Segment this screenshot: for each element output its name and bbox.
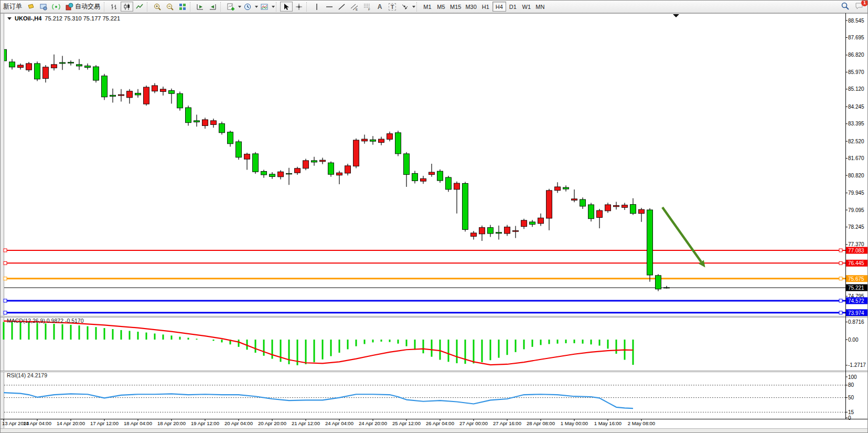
new-chart-icon[interactable]	[224, 2, 237, 12]
candle-body	[219, 124, 225, 133]
macd-axis-label: 0.00	[848, 337, 859, 343]
rsi-label: RSI(14) 24.2179	[7, 372, 47, 378]
level-drag-handle[interactable]	[4, 299, 7, 302]
timeframe-button-m30[interactable]: M30	[463, 2, 478, 12]
horizontal-line-icon[interactable]	[323, 2, 336, 12]
toolbar-separator	[220, 2, 223, 12]
vertical-line-icon[interactable]	[310, 2, 323, 12]
price-axis-label: 86.820	[848, 52, 864, 58]
candle-body	[362, 139, 368, 141]
timeframe-button-d1[interactable]: D1	[506, 2, 520, 12]
price-axis-label: 85.970	[848, 69, 864, 75]
candle-body	[43, 67, 49, 79]
candle-body	[135, 93, 141, 95]
toolbar-separator	[416, 2, 420, 12]
candle-body	[286, 173, 292, 174]
crosshair-icon[interactable]	[293, 2, 305, 12]
level-drag-handle[interactable]	[4, 311, 7, 314]
candle-body	[630, 205, 636, 214]
tile-windows-icon[interactable]	[176, 2, 189, 12]
level-drag-handle[interactable]	[839, 249, 842, 252]
date-axis-label: 24 Apr 20:00	[359, 420, 387, 426]
candle-body	[588, 205, 594, 219]
level-drag-handle[interactable]	[839, 277, 842, 280]
label-tool-label: T	[389, 3, 397, 10]
candle-body	[530, 222, 535, 225]
indicators-dropdown-icon[interactable]	[272, 6, 275, 8]
fibonacci-icon[interactable]: F	[361, 2, 373, 12]
period-clock-icon[interactable]	[241, 2, 254, 12]
candle-body	[395, 133, 401, 154]
candle-body	[77, 65, 82, 66]
timeframe-button-w1[interactable]: W1	[520, 2, 533, 12]
candle-body	[244, 154, 250, 160]
timeframe-button-m15[interactable]: M15	[448, 2, 463, 12]
auto-trading-icon	[65, 3, 73, 11]
data-window-icon[interactable]	[37, 2, 50, 12]
signals-icon[interactable]	[50, 2, 62, 12]
cursor-icon[interactable]	[280, 2, 293, 12]
timeframe-button-m1[interactable]: M1	[421, 2, 434, 12]
level-drag-handle[interactable]	[4, 261, 7, 265]
candle-body	[337, 173, 342, 175]
date-axis-label: 20 Apr 04:00	[224, 420, 253, 426]
price-axis-label: 81.670	[848, 155, 864, 161]
macd-axis-label: 0.8716	[848, 319, 864, 325]
candle-body	[144, 87, 149, 104]
candle-body	[26, 64, 32, 70]
candle-body	[35, 64, 40, 79]
candle-body	[18, 65, 24, 68]
text-tool-icon[interactable]: A	[373, 2, 386, 12]
rsi-axis-label: 0	[848, 415, 851, 421]
new-order-button[interactable]: 新订单	[1, 2, 25, 12]
candle-body	[202, 120, 208, 125]
candle-body	[555, 187, 561, 191]
indicators-icon[interactable]	[258, 2, 271, 12]
symbol-period-label: UKOil-,H4	[15, 15, 41, 22]
date-axis-label: 26 Apr 04:00	[426, 420, 454, 426]
zoom-in-icon[interactable]	[151, 2, 164, 12]
timeframe-button-h4[interactable]: H4	[492, 2, 506, 12]
date-axis-label: 24 Apr 04:00	[325, 420, 353, 426]
candle-body	[597, 210, 603, 217]
bar-chart-icon[interactable]	[108, 2, 121, 12]
candle-body	[614, 205, 619, 206]
new-order-label: 新订单	[3, 2, 22, 11]
candlestick-chart-icon[interactable]	[121, 2, 133, 12]
timeframe-button-h1[interactable]: H1	[479, 2, 492, 12]
arrows-tool-icon[interactable]	[399, 2, 411, 12]
candle-body	[9, 62, 15, 67]
candle-body	[110, 95, 116, 96]
auto-scroll-icon[interactable]	[194, 2, 207, 12]
candle-body	[580, 199, 586, 206]
chart-canvas[interactable]: 88.54587.69586.82085.97085.12084.24583.3…	[1, 1, 868, 433]
search-icon[interactable]	[841, 2, 850, 12]
level-drag-handle[interactable]	[839, 299, 842, 302]
price-axis-label: 79.945	[848, 190, 864, 196]
candle-body	[169, 91, 175, 94]
price-axis-label: 84.245	[848, 104, 864, 110]
line-chart-icon[interactable]	[133, 2, 146, 12]
trendline-icon[interactable]	[336, 2, 348, 12]
arrows-dropdown-icon[interactable]	[412, 6, 415, 8]
level-drag-handle[interactable]	[4, 249, 7, 252]
metaeditor-icon[interactable]	[25, 2, 37, 12]
level-drag-handle[interactable]	[4, 277, 7, 280]
timeframe-button-m5[interactable]: M5	[434, 2, 448, 12]
candle-body	[261, 172, 267, 175]
auto-trading-button[interactable]: 自动交易	[62, 2, 103, 12]
timeframe-button-mn[interactable]: MN	[533, 2, 547, 12]
candle-body	[295, 168, 301, 173]
symbol-dropdown-icon[interactable]	[7, 17, 12, 20]
chart-shift-icon[interactable]	[207, 2, 219, 12]
date-axis-label: 19 Apr 12:00	[191, 420, 219, 426]
fibo-tool-sub-label: F	[368, 8, 370, 11]
candle-body	[51, 65, 57, 68]
zoom-out-icon[interactable]	[164, 2, 176, 12]
level-drag-handle[interactable]	[839, 261, 842, 265]
notifications-icon[interactable]: 1	[855, 2, 864, 12]
candle-body	[345, 166, 351, 173]
equidistant-channel-icon[interactable]: E	[348, 2, 361, 12]
level-drag-handle[interactable]	[839, 311, 842, 314]
text-label-tool-icon[interactable]: T	[386, 2, 399, 12]
